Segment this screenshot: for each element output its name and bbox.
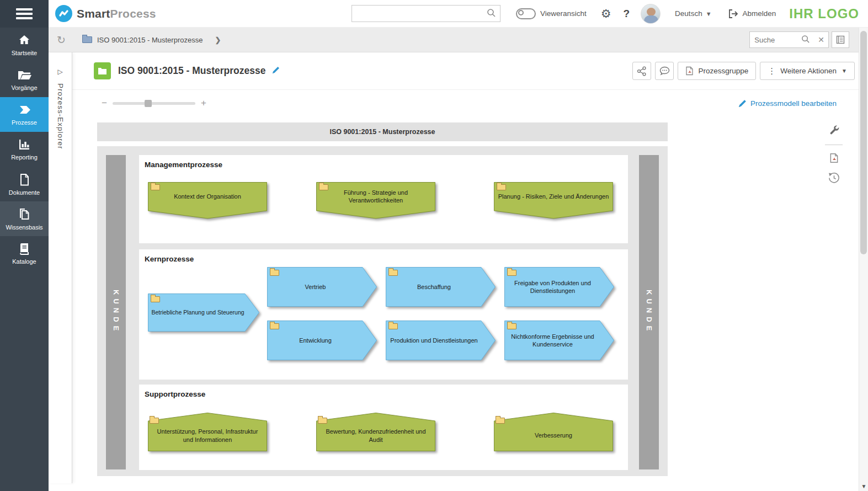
app-header: SmartProcess Vieweransicht ⚙ ? Deutsch ▼… <box>0 0 868 28</box>
main-content: ISO 9001:2015 - Musterprozesse Prozessgr… <box>72 52 859 491</box>
user-avatar[interactable] <box>641 4 661 24</box>
logout-button[interactable]: Abmelden <box>728 9 776 18</box>
viewer-toggle[interactable] <box>516 8 536 19</box>
global-search-input[interactable] <box>352 6 483 22</box>
process-shape[interactable]: Führung - Strategie und Verantwortlichke… <box>316 182 435 219</box>
hamburger-menu-button[interactable] <box>0 0 49 28</box>
share-button[interactable] <box>632 62 651 80</box>
sidebar-item-reporting[interactable]: Reporting <box>0 132 49 167</box>
process-shape[interactable]: Planung - Risiken, Ziele und Änderungen <box>494 182 613 219</box>
process-shape[interactable]: Kontext der Organisation <box>148 182 267 219</box>
comment-button[interactable] <box>655 62 674 80</box>
journal-icon <box>835 35 845 45</box>
zoom-in-button[interactable]: + <box>201 98 206 109</box>
pdf-icon <box>685 66 694 76</box>
customer-lane-right: KUNDE <box>639 155 659 469</box>
share-icon <box>637 66 647 76</box>
chevron-down-icon: ▼ <box>706 10 712 17</box>
section-heading: Managementprozesse <box>145 161 222 169</box>
sidebar-item-startseite[interactable]: Startseite <box>0 28 49 62</box>
sidebar-item-vorgaenge[interactable]: Vorgänge <box>0 62 49 97</box>
section-managementprozesse: Managementprozesse Kontext der Organisat… <box>139 155 628 243</box>
vertical-scrollbar[interactable]: ▼ <box>859 28 868 491</box>
viewer-toggle-label: Vieweransicht <box>540 9 587 18</box>
logout-icon <box>728 9 739 18</box>
folder-icon <box>82 36 92 43</box>
process-shape[interactable]: Nichtkonforme Ergebnisse und Kundenservi… <box>504 321 614 360</box>
scroll-down-arrow[interactable]: ▼ <box>859 483 868 489</box>
language-label: Deutsch <box>675 9 702 18</box>
weitere-aktionen-button[interactable]: ⋮ Weitere Aktionen ▼ <box>760 62 855 80</box>
folder-open-icon <box>17 68 32 82</box>
process-shape[interactable]: Entwicklung <box>267 321 377 360</box>
process-shape[interactable]: Betriebliche Planung und Steuerung <box>148 293 259 332</box>
zoom-out-button[interactable]: − <box>102 98 107 109</box>
process-group-folder-icon <box>94 62 111 79</box>
documents-stack-icon <box>17 207 31 221</box>
edit-process-model-link[interactable]: Prozessmodell bearbeiten <box>738 99 837 108</box>
language-selector[interactable]: Deutsch ▼ <box>675 9 711 18</box>
viewer-toggle-group: Vieweransicht <box>516 8 587 19</box>
sidebar-item-wissensbasis[interactable]: Wissensbasis <box>0 201 49 236</box>
prozessgruppe-label: Prozessgruppe <box>698 67 748 75</box>
breadcrumb-item[interactable]: ISO 9001:2015 - Musterprozesse <box>82 36 203 44</box>
diagram-tool-rail <box>823 124 845 193</box>
brand-logo: SmartProcess <box>55 5 156 22</box>
scrollbar-thumb[interactable] <box>860 31 867 254</box>
chevron-down-icon: ▼ <box>842 68 847 74</box>
edit-title-pencil-icon[interactable] <box>271 66 280 76</box>
home-icon <box>17 34 31 47</box>
process-explorer-panel[interactable]: ▷ Prozess-Explorer <box>49 52 72 483</box>
section-heading: Supportprozesse <box>145 390 205 398</box>
search-icon[interactable] <box>797 35 814 45</box>
customer-lane-left: KUNDE <box>106 155 126 469</box>
journal-button[interactable] <box>832 31 849 48</box>
wrench-icon <box>828 124 840 136</box>
clear-search-icon[interactable]: ✕ <box>814 35 828 44</box>
section-kernprozesse: Kernprozesse Betriebliche Planung und St… <box>139 249 628 380</box>
explorer-title: Prozess-Explorer <box>56 83 65 150</box>
edit-process-model-label: Prozessmodell bearbeiten <box>750 99 837 108</box>
comment-icon <box>659 66 670 76</box>
book-icon <box>18 242 31 255</box>
pdf-export-button[interactable] <box>823 153 845 163</box>
chevron-right-icon: ❯ <box>215 36 221 44</box>
process-shape[interactable]: Verbesserung <box>494 413 613 451</box>
quick-search-box: ✕ <box>749 31 829 48</box>
search-icon[interactable] <box>483 8 500 19</box>
zoom-slider-handle[interactable] <box>145 100 152 107</box>
settings-gear-icon[interactable]: ⚙ <box>601 7 611 20</box>
hamburger-menu-icon <box>16 6 33 22</box>
customer-logo-text: IHR LOGO <box>789 6 859 22</box>
diagram-container: KUNDE KUNDE Managementprozesse Kontext d… <box>97 146 668 476</box>
sidebar-item-dokumente[interactable]: Dokumente <box>0 167 49 201</box>
document-icon <box>18 173 31 186</box>
help-icon[interactable]: ? <box>624 8 630 20</box>
process-shape[interactable]: Unterstützung, Personal, Infrastruktur u… <box>148 413 267 451</box>
pdf-icon <box>829 153 839 163</box>
process-shape[interactable]: Beschaffung <box>386 267 496 307</box>
logout-label: Abmelden <box>743 9 776 18</box>
process-shape[interactable]: Vertrieb <box>267 267 377 307</box>
refresh-icon[interactable]: ↻ <box>57 34 66 46</box>
wrench-button[interactable] <box>823 124 845 136</box>
pencil-icon <box>738 99 747 108</box>
prozessgruppe-button[interactable]: Prozessgruppe <box>678 62 756 80</box>
quick-search-input[interactable] <box>750 36 797 44</box>
section-supportprozesse: Supportprozesse Unterstützung, Personal,… <box>139 385 628 470</box>
weitere-aktionen-label: Weitere Aktionen <box>780 67 837 75</box>
process-shape[interactable]: Produktion und Dienstleistungen <box>386 321 496 360</box>
sidebar-item-prozesse[interactable]: Prozesse <box>0 97 49 132</box>
divider <box>825 145 843 145</box>
history-button[interactable] <box>823 172 845 184</box>
section-heading: Kernprozesse <box>145 255 194 263</box>
process-shape[interactable]: Freigabe von Produkten und Dienstleistun… <box>504 267 614 307</box>
expand-triangle-icon[interactable]: ▷ <box>49 68 72 76</box>
global-search-box <box>352 5 500 22</box>
zoom-slider[interactable] <box>113 102 195 105</box>
sidebar-item-kataloge[interactable]: Kataloge <box>0 236 49 271</box>
kebab-icon: ⋮ <box>768 66 776 76</box>
breadcrumb-bar: ↻ ISO 9001:2015 - Musterprozesse ❯ ✕ <box>49 28 859 52</box>
process-shape[interactable]: Bewertung, Kundenzufriedenheit und Audit <box>316 413 435 451</box>
brand-name: SmartProcess <box>77 7 156 20</box>
